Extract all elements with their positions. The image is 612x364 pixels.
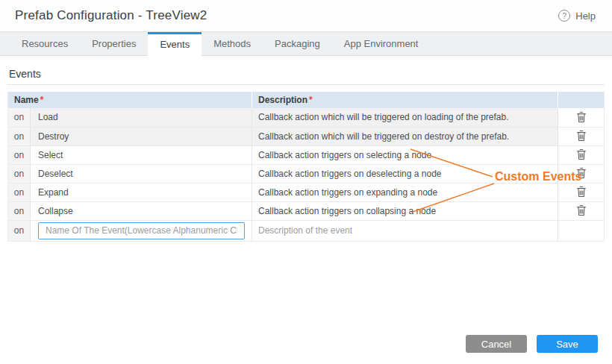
tab-app-environment[interactable]: App Environment <box>332 32 431 55</box>
tab-label: Properties <box>92 38 136 49</box>
delete-event-button[interactable] <box>573 128 590 143</box>
footer-actions: Cancel Save <box>466 335 598 353</box>
trash-icon <box>576 167 587 179</box>
new-event-description-cell <box>252 220 558 241</box>
new-event-row: on <box>8 220 605 241</box>
tab-label: Resources <box>22 38 68 49</box>
new-event-action-cell <box>558 220 605 241</box>
event-description: Callback action triggers on collapsing a… <box>252 201 558 220</box>
delete-event-button[interactable] <box>573 184 590 199</box>
event-description: Callback action which will be triggered … <box>252 127 558 145</box>
required-marker: * <box>309 95 313 105</box>
event-row: on Select Callback action triggers on se… <box>8 145 605 164</box>
trash-icon <box>576 130 587 142</box>
new-event-name-cell <box>31 220 252 241</box>
tab-label: Methods <box>213 38 251 49</box>
event-name: Collapse <box>31 201 252 220</box>
event-action-cell <box>558 145 605 164</box>
delete-event-button[interactable] <box>573 147 590 162</box>
column-header-description: Description* <box>252 92 558 108</box>
event-prefix: on <box>8 145 31 164</box>
events-table: Name* Description* on Load Callback acti… <box>7 92 605 242</box>
question-mark-circle-icon: ? <box>558 10 570 22</box>
event-action-cell <box>558 201 605 220</box>
events-panel: Events Name* Description* on Load Callba… <box>0 68 612 242</box>
required-marker: * <box>40 95 44 105</box>
new-event-description-input[interactable] <box>258 225 552 236</box>
event-action-cell <box>558 183 605 201</box>
cancel-button[interactable]: Cancel <box>466 335 527 353</box>
tab-resources[interactable]: Resources <box>10 32 80 55</box>
tab-methods[interactable]: Methods <box>202 32 263 55</box>
event-action-cell <box>558 108 605 127</box>
event-name: Deselect <box>31 164 252 183</box>
event-row: on Load Callback action which will be tr… <box>8 108 605 127</box>
tab-label: Packaging <box>275 38 320 49</box>
trash-icon <box>576 204 587 216</box>
event-name: Select <box>31 145 252 164</box>
event-prefix: on <box>8 108 31 127</box>
event-prefix: on <box>8 127 31 145</box>
events-table-body: on Load Callback action which will be tr… <box>8 108 605 241</box>
delete-event-button[interactable] <box>573 203 590 218</box>
event-description: Callback action which will be triggered … <box>252 108 558 127</box>
help-label: Help <box>575 10 596 22</box>
event-prefix: on <box>8 201 31 220</box>
table-header-row: Name* Description* <box>8 92 605 108</box>
delete-event-button[interactable] <box>573 166 590 181</box>
delete-event-button[interactable] <box>573 110 590 125</box>
tab-bar: ResourcesPropertiesEventsMethodsPackagin… <box>0 31 612 56</box>
page-title: Prefab Configuration - TreeView2 <box>15 8 207 23</box>
trash-icon <box>576 148 587 160</box>
help-button[interactable]: ? Help <box>558 10 596 22</box>
event-row: on Deselect Callback action triggers on … <box>8 164 605 183</box>
event-row: on Expand Callback action triggers on ex… <box>8 183 605 201</box>
event-prefix: on <box>8 220 31 241</box>
event-action-cell <box>558 127 605 145</box>
event-name: Load <box>31 108 252 127</box>
tab-label: Events <box>160 39 190 50</box>
event-description: Callback action triggers on deselecting … <box>252 164 558 183</box>
event-description: Callback action triggers on selecting a … <box>252 145 558 164</box>
section-divider <box>7 84 605 85</box>
event-name: Expand <box>31 183 252 201</box>
tab-properties[interactable]: Properties <box>80 32 148 55</box>
new-event-name-input[interactable] <box>38 222 245 239</box>
event-name: Destroy <box>31 127 252 145</box>
tab-label: App Environment <box>344 38 419 49</box>
trash-icon <box>576 111 587 123</box>
tab-events[interactable]: Events <box>148 32 202 56</box>
column-header-actions <box>558 92 605 108</box>
event-prefix: on <box>8 183 31 201</box>
save-button[interactable]: Save <box>537 335 598 353</box>
section-title: Events <box>9 68 603 80</box>
column-header-name: Name* <box>8 92 252 108</box>
event-description: Callback action triggers on expanding a … <box>252 183 558 201</box>
title-bar: Prefab Configuration - TreeView2 ? Help <box>0 0 612 31</box>
trash-icon <box>576 186 587 198</box>
tab-packaging[interactable]: Packaging <box>263 32 332 55</box>
event-prefix: on <box>8 164 31 183</box>
event-action-cell <box>558 164 605 183</box>
event-row: on Collapse Callback action triggers on … <box>8 201 605 220</box>
event-row: on Destroy Callback action which will be… <box>8 127 605 145</box>
